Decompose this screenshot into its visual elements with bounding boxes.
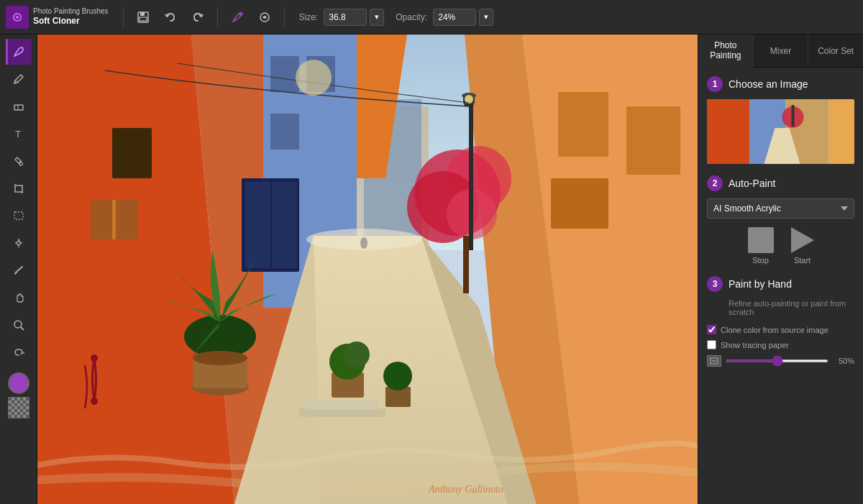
opacity-input[interactable] [433,9,476,26]
svg-rect-70 [626,106,680,175]
auto-paint-dropdown[interactable]: AI Smooth Acrylic AI Watercolor AI Oil P… [707,198,854,219]
svg-point-59 [91,354,98,362]
toolbar-divider-3 [284,6,285,28]
svg-rect-68 [558,92,608,157]
svg-rect-12 [14,212,23,219]
start-label: Start [794,256,811,265]
tab-mixer[interactable]: Mixer [754,35,809,67]
selection-tool[interactable] [6,203,32,229]
svg-rect-67 [306,400,378,410]
tracing-opacity-value: 50% [833,357,854,365]
step3-section: 3 Paint by Hand Refine auto-painting or … [707,276,854,367]
svg-rect-39 [245,182,270,268]
svg-point-17 [17,242,20,245]
show-tracing-label[interactable]: Show tracing paper [721,341,789,349]
eraser-tool[interactable] [6,93,32,119]
crop-tool[interactable] [6,175,32,201]
opacity-dropdown[interactable]: ▾ [479,9,493,26]
size-input-group: ▾ [324,9,384,26]
clone-brush-button[interactable] [254,6,275,28]
brush-tool-button[interactable] [227,6,248,28]
rotate-tool[interactable] [6,339,32,365]
svg-rect-58 [116,200,137,239]
toolbar-divider-2 [217,6,218,28]
svg-line-19 [21,327,24,330]
tracing-opacity-slider[interactable] [726,359,828,362]
show-tracing-row: Show tracing paper [707,340,854,349]
svg-point-44 [193,351,247,365]
svg-rect-49 [463,236,469,293]
opacity-label: Opacity: [396,12,427,22]
redo-button[interactable] [187,6,209,28]
main-content: T [0,35,863,504]
svg-rect-9 [14,105,23,110]
left-toolbar: T [0,35,37,504]
clone-color-label[interactable]: Clone color from source image [721,326,828,334]
background-pattern[interactable] [8,397,29,418]
svg-rect-5 [140,17,147,21]
size-label: Size: [299,12,319,22]
brush-tool[interactable] [6,39,32,65]
smudge-tool[interactable] [6,257,32,283]
app-icon [6,6,29,29]
step2-header: 2 Auto-Paint [707,175,854,191]
zoom-tool[interactable] [6,312,32,338]
step2-title: Auto-Paint [729,178,775,189]
svg-rect-40 [272,182,297,268]
step3-title: Paint by Hand [729,278,792,290]
undo-button[interactable] [160,6,181,28]
svg-rect-78 [829,99,855,164]
svg-point-65 [383,362,412,390]
watermark: Anthony Gallinoto [429,484,503,495]
panel-tabs: Photo Painting Mixer Color Set [698,35,863,68]
svg-point-60 [91,398,98,405]
eyedropper-tool[interactable] [6,66,32,92]
tracing-icon [707,355,721,367]
svg-rect-4 [140,12,145,16]
stop-button[interactable] [748,227,774,253]
svg-point-18 [14,321,22,328]
canvas-area[interactable]: Anthony Gallinoto [37,35,698,504]
foreground-color-swatch[interactable] [8,372,29,394]
step2-number: 2 [707,175,723,191]
svg-point-73 [360,237,367,249]
svg-rect-50 [469,106,473,250]
step3-header: 3 Paint by Hand [707,276,854,292]
auto-paint-controls: Stop Start [707,227,854,265]
paint-bucket-tool[interactable] [6,148,32,174]
app-logo-area: Photo Painting Brushes Soft Cloner [6,6,109,29]
hand-tool[interactable] [6,285,32,311]
text-tool[interactable]: T [6,121,32,147]
save-button[interactable] [132,6,154,28]
start-btn-group: Start [791,227,814,265]
start-button[interactable] [791,227,814,253]
panel-content: 1 Choose an Image 2 [698,68,863,504]
step1-number: 1 [707,76,723,92]
svg-point-63 [344,342,370,367]
svg-point-72 [296,60,332,96]
size-input[interactable] [324,9,367,26]
right-panel: Photo Painting Mixer Color Set 1 Choose … [698,35,863,504]
step1-title: Choose an Image [729,78,808,90]
show-tracing-checkbox[interactable] [707,340,716,349]
tab-color-set[interactable]: Color Set [808,35,863,67]
step1-header: 1 Choose an Image [707,76,854,92]
source-image-thumbnail[interactable] [707,99,854,164]
svg-point-8 [15,81,17,83]
stop-btn-group: Stop [748,227,774,265]
svg-rect-33 [270,114,299,150]
tracing-slider-row: 50% [707,355,854,367]
painting-canvas[interactable]: Anthony Gallinoto [37,35,698,504]
step3-subtitle: Refine auto-painting or paint from scrat… [729,299,854,316]
top-toolbar: Photo Painting Brushes Soft Cloner [0,0,863,35]
step3-number: 3 [707,276,723,292]
svg-rect-81 [792,105,795,127]
size-dropdown[interactable]: ▾ [370,9,384,26]
svg-rect-55 [112,128,152,178]
magic-wand-tool[interactable] [6,230,32,256]
toolbar-divider-1 [123,6,124,28]
clone-color-checkbox[interactable] [707,325,716,334]
tab-photo-painting[interactable]: Photo Painting [698,35,754,68]
brush-name: Soft Cloner [33,16,109,26]
svg-rect-69 [551,178,608,229]
